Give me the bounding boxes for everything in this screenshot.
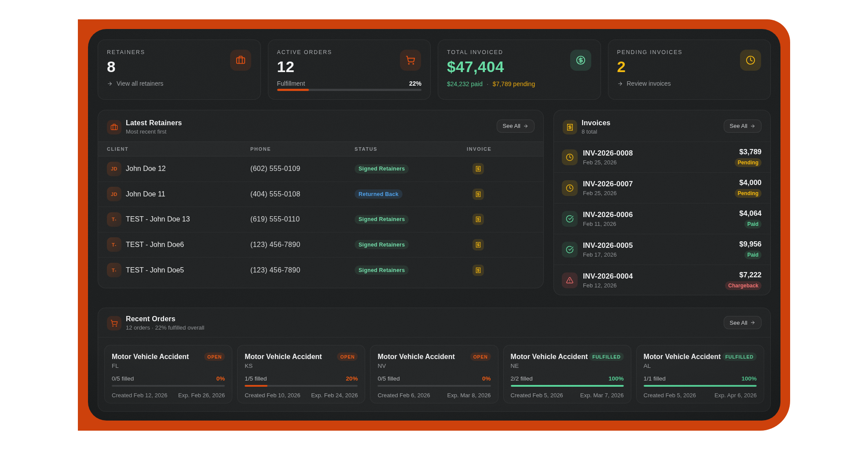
client-name: John Doe 11 [126,190,165,198]
order-status-badge: OPEN [204,352,225,361]
order-state: AL [644,363,757,369]
check-circle-icon [562,242,578,258]
retainer-row[interactable]: T- TEST - John Doe 13 (619) 555-0110 Sig… [98,207,543,232]
stat-card-active-orders: ACTIVE ORDERS 12 Fulfillment 22% [268,40,431,100]
see-all-label: See All [730,123,747,129]
invoice-date: Feb 12, 2026 [583,282,720,289]
invoice-status-badge: Pending [735,189,762,198]
stats-row: RETAINERS 8 View all retainers ACTIVE OR… [98,40,771,100]
review-invoices-link[interactable]: Review invoices [617,80,671,87]
order-filled: 0/5 filled [377,375,399,382]
client-phone: (602) 555-0109 [250,165,355,173]
client-cell: JD John Doe 12 [107,162,250,176]
status-badge: Signed Retainers [355,164,409,174]
order-progressbar [245,385,358,387]
invoice-cell [467,163,535,174]
column-client: CLIENT [107,146,250,152]
invoice-number: INV-2026-0008 [583,149,729,157]
order-status-badge: FULFILLED [722,352,757,361]
order-dates: Created Feb 6, 2026 Exp. Mar 8, 2026 [377,392,491,399]
invoice-amount-cell: $3,789 Pending [735,148,762,167]
invoice-date: Feb 25, 2026 [583,159,729,166]
order-created: Created Feb 6, 2026 [377,392,430,399]
orders-see-all-button[interactable]: See All [724,316,762,329]
invoices-see-all-button[interactable]: See All [724,120,762,133]
receipt-icon[interactable] [472,265,484,276]
latest-retainers-panel: Latest Retainers Most recent first See A… [98,110,544,288]
order-card[interactable]: Motor Vehicle Accident OPEN KS 1/5 fille… [237,345,365,403]
retainer-row[interactable]: T- TEST - John Doe5 (123) 456-7890 Signe… [98,258,543,283]
panel-subtitle: Most recent first [126,128,182,135]
invoice-number: INV-2026-0005 [583,241,734,250]
client-avatar: T- [107,263,121,277]
invoice-status-badge: Pending [735,158,762,167]
invoice-cell [467,214,535,225]
retainer-row[interactable]: JD John Doe 12 (602) 555-0109 Signed Ret… [98,156,543,182]
status-badge: Signed Retainers [355,215,409,224]
retainer-row[interactable]: JD John Doe 11 (404) 555-0108 Returned B… [98,182,543,207]
order-dates: Created Feb 5, 2026 Exp. Mar 7, 2026 [511,392,624,399]
client-name: John Doe 12 [126,165,166,173]
order-title: Motor Vehicle Accident [511,353,588,361]
invoice-status-badge: Chargeback [725,281,762,290]
order-card[interactable]: Motor Vehicle Accident FULFILLED NE 2/2 … [503,345,631,403]
retainer-row[interactable]: T- TEST - John Doe6 (123) 456-7890 Signe… [98,232,543,258]
orange-frame: RETAINERS 8 View all retainers ACTIVE OR… [78,19,790,431]
invoice-row[interactable]: INV-2026-0008 Feb 25, 2026 $3,789 Pendin… [554,142,770,172]
invoice-row[interactable]: INV-2026-0004 Feb 12, 2026 $7,222 Charge… [554,265,770,295]
invoice-row[interactable]: INV-2026-0006 Feb 11, 2026 $4,064 Paid [554,203,770,234]
stat-card-retainers: RETAINERS 8 View all retainers [98,40,261,100]
order-dates: Created Feb 10, 2026 Exp. Feb 24, 2026 [245,392,358,399]
receipt-icon [563,120,577,134]
client-avatar: T- [107,212,121,227]
invoice-row[interactable]: INV-2026-0007 Feb 25, 2026 $4,000 Pendin… [554,172,770,203]
panel-title: Latest Retainers [126,119,182,127]
invoice-amount: $9,956 [740,240,762,248]
client-cell: T- TEST - John Doe5 [107,263,250,277]
recent-orders-panel: Recent Orders 12 orders · 22% fulfilled … [98,308,771,412]
receipt-icon[interactable] [472,189,484,200]
invoice-info: INV-2026-0004 Feb 12, 2026 [583,272,720,289]
invoice-info: INV-2026-0006 Feb 11, 2026 [583,210,734,227]
order-fill-row: 1/1 filled 100% [644,375,757,382]
invoices-panel: Invoices 8 total See All INV-2026-0008 F… [553,110,771,295]
retainers-table-header: CLIENT PHONE STATUS INVOICE [98,142,543,156]
invoice-info: INV-2026-0007 Feb 25, 2026 [583,180,729,196]
arrow-right-icon [523,123,528,129]
invoiced-breakdown: $24,232 paid · $7,789 pending [447,80,535,87]
cart-icon [107,316,121,330]
order-card[interactable]: Motor Vehicle Accident OPEN NV 0/5 fille… [370,345,498,403]
client-avatar: JD [107,187,121,201]
receipt-icon[interactable] [472,163,484,174]
invoice-cell [467,189,535,200]
view-all-retainers-link[interactable]: View all retainers [107,80,163,87]
invoice-date: Feb 25, 2026 [583,190,729,196]
briefcase-icon [230,50,251,71]
orders-cards: Motor Vehicle Accident OPEN FL 0/5 fille… [98,337,770,403]
order-dates: Created Feb 12, 2026 Exp. Feb 26, 2026 [112,392,225,399]
retainers-see-all-button[interactable]: See All [497,120,535,133]
order-expires: Exp. Feb 26, 2026 [178,392,225,399]
client-cell: JD John Doe 11 [107,187,250,201]
receipt-icon[interactable] [472,214,484,225]
order-title: Motor Vehicle Accident [644,353,721,361]
dashboard: RETAINERS 8 View all retainers ACTIVE OR… [88,29,780,421]
invoice-row[interactable]: INV-2026-0005 Feb 17, 2026 $9,956 Paid [554,234,770,265]
status-cell: Signed Retainers [355,240,467,249]
dot-separator: · [487,80,489,87]
client-avatar: JD [107,162,121,176]
order-status-badge: OPEN [337,352,358,361]
order-progressbar [644,385,757,387]
order-percent: 100% [741,375,757,382]
invoice-number: INV-2026-0006 [583,210,734,219]
column-invoice: INVOICE [467,146,535,152]
order-title: Motor Vehicle Accident [245,353,322,361]
order-card[interactable]: Motor Vehicle Accident FULFILLED AL 1/1 … [636,345,764,403]
status-badge: Signed Retainers [355,265,409,275]
client-name: TEST - John Doe 13 [126,215,190,223]
order-expires: Exp. Mar 7, 2026 [580,392,624,399]
receipt-icon[interactable] [472,239,484,250]
order-card[interactable]: Motor Vehicle Accident OPEN FL 0/5 fille… [104,345,232,403]
order-fill-row: 2/2 filled 100% [511,375,624,382]
status-cell: Signed Retainers [355,164,467,174]
